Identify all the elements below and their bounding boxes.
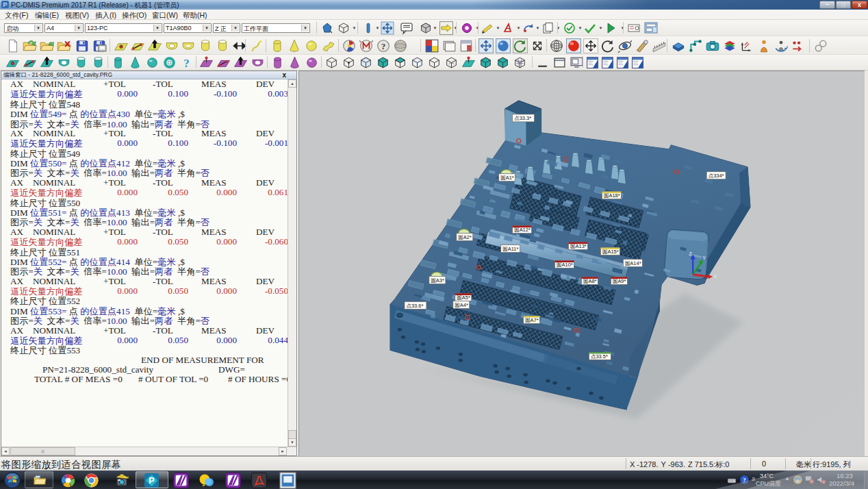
- svg-text:Z: Z: [689, 251, 692, 257]
- svg-text:圆A12*: 圆A12*: [514, 227, 531, 233]
- svg-text:圆A11*: 圆A11*: [502, 246, 518, 252]
- svg-text:点33.6*: 点33.6*: [406, 303, 423, 309]
- svg-text:圆A15*: 圆A15*: [602, 249, 619, 255]
- svg-text:圆A8*: 圆A8*: [583, 278, 597, 284]
- svg-text:圆A18*: 圆A18*: [604, 192, 620, 199]
- svg-text:Y: Y: [702, 255, 706, 261]
- svg-text:圆A4*: 圆A4*: [455, 302, 468, 308]
- svg-text:点33.3*: 点33.3*: [514, 115, 531, 121]
- svg-text:圆A7*: 圆A7*: [525, 317, 539, 323]
- svg-text:?: ?: [381, 41, 386, 51]
- svg-text:圆A2*: 圆A2*: [458, 234, 472, 240]
- svg-text:X: X: [713, 273, 717, 279]
- svg-text:圆A9*: 圆A9*: [613, 278, 626, 284]
- svg-text:点334*: 点334*: [709, 173, 724, 179]
- svg-text:圆A5*: 圆A5*: [457, 294, 470, 301]
- svg-text:点33.5*: 点33.5*: [591, 353, 608, 360]
- svg-text:圆A14*: 圆A14*: [625, 260, 641, 266]
- svg-text:圆A1*: 圆A1*: [500, 175, 514, 181]
- svg-text:圆A3*: 圆A3*: [431, 277, 444, 284]
- svg-text:圆A13*: 圆A13*: [570, 243, 587, 249]
- svg-text:?: ?: [183, 57, 189, 70]
- svg-text:圆A10*: 圆A10*: [557, 262, 573, 268]
- svg-text:P: P: [3, 1, 7, 8]
